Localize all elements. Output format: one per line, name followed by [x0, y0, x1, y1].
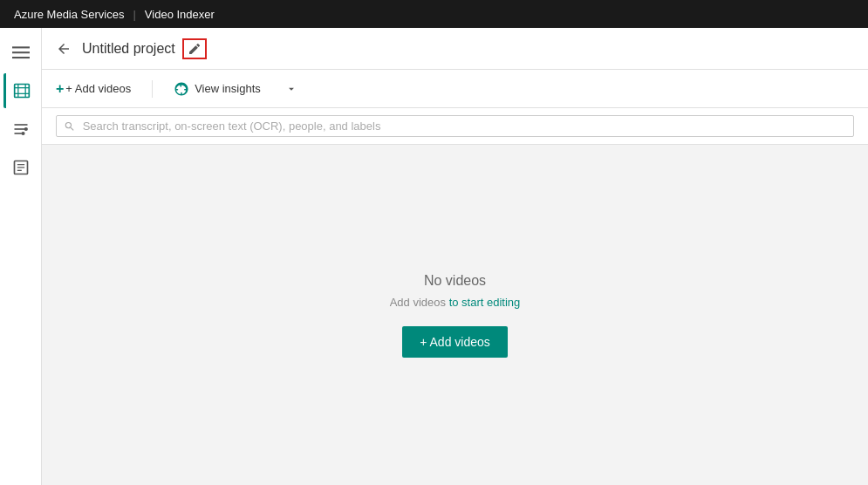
back-button[interactable]: [56, 41, 72, 57]
add-videos-empty-button[interactable]: + Add videos: [402, 326, 508, 358]
search-input-wrapper: [56, 115, 854, 137]
add-plus-icon: +: [56, 81, 64, 97]
toolbar-row: + + Add videos View insights: [42, 70, 868, 108]
svg-rect-3: [15, 85, 30, 98]
sidebar-item-video[interactable]: [3, 73, 38, 108]
no-videos-subtitle: Add videos to start editing: [390, 296, 521, 309]
filter-icon: [12, 120, 30, 138]
search-row: [42, 108, 868, 145]
search-icon: [64, 120, 76, 133]
add-videos-label: + Add videos: [65, 82, 131, 95]
edit-title-button[interactable]: [182, 38, 207, 59]
insights-icon: [174, 81, 189, 97]
view-insights-label: View insights: [195, 82, 261, 95]
top-bar: Azure Media Services | Video Indexer: [0, 0, 868, 28]
chevron-button[interactable]: [282, 79, 301, 99]
no-videos-link: to start editing: [449, 296, 521, 309]
list-icon: [12, 159, 30, 176]
chevron-down-icon: [285, 83, 297, 95]
search-input[interactable]: [83, 120, 846, 133]
view-insights-button[interactable]: View insights: [174, 78, 261, 100]
back-icon: [56, 41, 72, 57]
sidebar-item-list[interactable]: [3, 150, 38, 185]
empty-state: No videos Add videos to start editing + …: [42, 145, 868, 485]
svg-rect-0: [12, 46, 30, 48]
svg-rect-2: [12, 57, 30, 58]
project-title: Untitled project: [82, 41, 175, 57]
app-name: Azure Media Services: [14, 8, 124, 21]
no-videos-title: No videos: [424, 273, 486, 289]
product-name: Video Indexer: [145, 8, 215, 21]
menu-icon: [12, 44, 30, 61]
top-bar-separator: |: [133, 8, 135, 21]
add-videos-toolbar-button[interactable]: + + Add videos: [56, 78, 131, 100]
svg-point-11: [24, 127, 27, 131]
app-layout: Untitled project + + Add videos View: [0, 28, 868, 485]
sidebar-item-menu[interactable]: [3, 35, 38, 70]
header-row: Untitled project: [42, 28, 868, 70]
sidebar: [0, 28, 42, 485]
sidebar-item-filter[interactable]: [3, 112, 38, 147]
toolbar-separator: [152, 80, 153, 98]
main-content: Untitled project + + Add videos View: [42, 28, 868, 485]
video-icon: [13, 82, 31, 99]
svg-point-12: [21, 132, 24, 135]
add-videos-btn-label: + Add videos: [420, 335, 490, 349]
pencil-icon: [188, 42, 202, 56]
svg-rect-1: [12, 51, 30, 53]
insights-svg: [174, 81, 189, 97]
